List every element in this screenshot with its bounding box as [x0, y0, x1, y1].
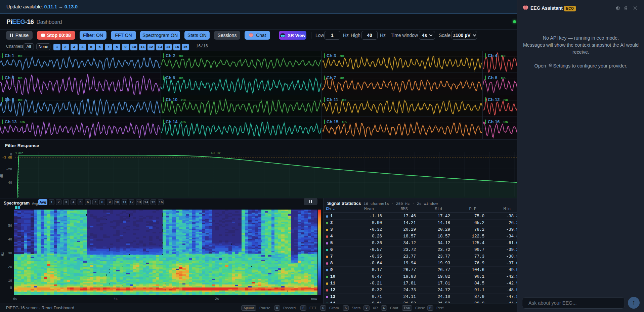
- svg-text:-3 dB: -3 dB: [2, 156, 12, 160]
- svg-text:-20: -20: [6, 168, 12, 171]
- svg-text:1 Hz: 1 Hz: [15, 151, 23, 155]
- svg-text:40 Hz: 40 Hz: [211, 151, 221, 155]
- svg-text:dB: dB: [0, 174, 4, 178]
- svg-text:-40: -40: [6, 181, 12, 185]
